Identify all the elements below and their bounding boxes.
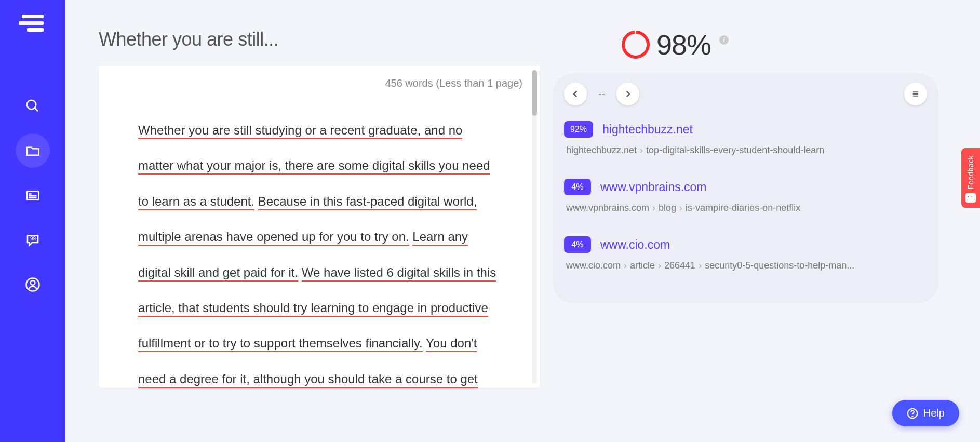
- nav-profile[interactable]: [16, 267, 50, 302]
- results-header: --: [564, 83, 927, 105]
- result-path: www.vpnbrains.com›blog›is-vampire-diarie…: [564, 203, 927, 213]
- svg-point-0: [27, 100, 36, 110]
- result-item[interactable]: 4%www.cio.comwww.cio.com›article›266441›…: [564, 236, 927, 271]
- scrollbar-thumb[interactable]: [532, 70, 537, 116]
- editor-content[interactable]: Whether you are still studying or a rece…: [99, 66, 540, 388]
- match-percent-badge: 4%: [564, 236, 591, 253]
- score-percent: 98%: [656, 29, 711, 61]
- info-icon[interactable]: i: [719, 35, 729, 45]
- quote-icon: 99: [25, 232, 41, 248]
- results-panel: -- 92%hightechbuzz.nethightechbuzz.net›t…: [553, 73, 938, 303]
- app-logo: [22, 15, 44, 32]
- nav-quote[interactable]: 99: [16, 223, 50, 257]
- card-icon: [25, 187, 41, 203]
- feedback-label: Feedback: [966, 155, 975, 189]
- help-button[interactable]: Help: [892, 400, 959, 426]
- svg-point-8: [31, 280, 35, 285]
- folder-icon: [25, 143, 41, 158]
- menu-button[interactable]: [904, 83, 927, 105]
- results-column: 98% i -- 92%hightechbuzz.nethightechbuzz…: [540, 29, 980, 442]
- help-label: Help: [923, 407, 945, 419]
- chevron-left-icon: [571, 89, 580, 99]
- svg-point-9: [623, 32, 648, 57]
- editor-column: Whether you are still... 456 words (Less…: [99, 29, 540, 442]
- menu-icon: [911, 89, 920, 99]
- chevron-right-icon: [623, 89, 633, 99]
- result-item[interactable]: 4%www.vpnbrains.comwww.vpnbrains.com›blo…: [564, 179, 927, 213]
- word-count-label: 456 words (Less than 1 page): [385, 77, 522, 89]
- svg-point-14: [912, 416, 912, 416]
- result-item[interactable]: 92%hightechbuzz.nethightechbuzz.net›top-…: [564, 121, 927, 156]
- result-path: www.cio.com›article›266441›security0-5-q…: [564, 260, 927, 271]
- feedback-tab[interactable]: Feedback: [961, 148, 980, 208]
- score-row: 98% i: [620, 29, 938, 61]
- help-icon: [907, 408, 918, 419]
- prev-button[interactable]: [564, 83, 587, 105]
- nav-folder[interactable]: [16, 133, 50, 168]
- nav-card[interactable]: [16, 178, 50, 212]
- results-list: 92%hightechbuzz.nethightechbuzz.net›top-…: [564, 121, 927, 271]
- next-button[interactable]: [616, 83, 639, 105]
- svg-text:99: 99: [30, 236, 36, 242]
- user-icon: [25, 277, 41, 292]
- search-icon: [25, 98, 41, 114]
- nav-search[interactable]: [16, 89, 50, 123]
- result-domain: www.vpnbrains.com: [600, 180, 707, 194]
- sidebar: 99: [0, 0, 65, 442]
- match-percent-badge: 92%: [564, 121, 593, 138]
- result-domain: www.cio.com: [600, 238, 670, 252]
- score-ring: [620, 29, 651, 60]
- main-area: Whether you are still... 456 words (Less…: [65, 0, 980, 442]
- editor-panel: 456 words (Less than 1 page) Whether you…: [99, 66, 540, 388]
- editor-scrollbar[interactable]: [532, 70, 537, 384]
- result-domain: hightechbuzz.net: [602, 123, 693, 137]
- result-path: hightechbuzz.net›top-digital-skills-ever…: [564, 145, 927, 156]
- pager-label: --: [598, 88, 605, 100]
- page-title: Whether you are still...: [99, 29, 540, 50]
- svg-line-1: [35, 108, 38, 111]
- feedback-face-icon: [965, 193, 976, 203]
- match-percent-badge: 4%: [564, 179, 591, 195]
